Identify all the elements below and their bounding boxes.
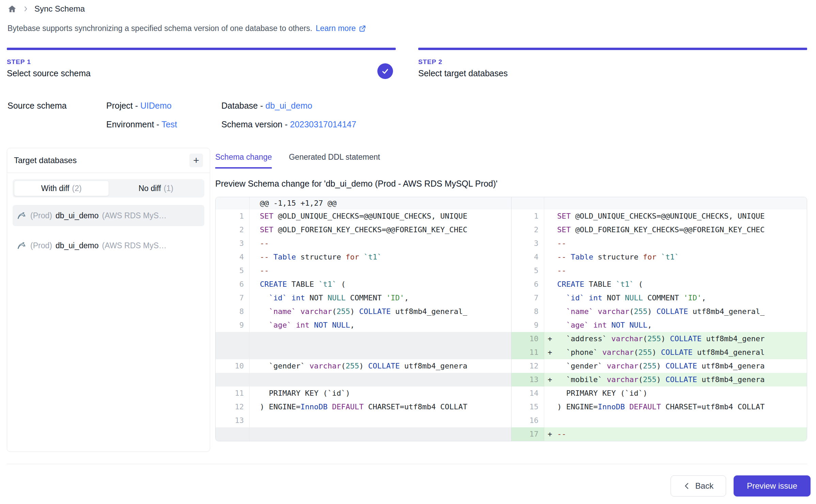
target-database-item-2[interactable]: (Prod) db_ui_demo (AWS RDS MyS… — [13, 235, 204, 256]
line-number: 7 — [216, 291, 250, 305]
field-database: Database - db_ui_demo — [221, 101, 356, 111]
diff-code: ) ENGINE=InnoDB DEFAULT CHARSET=utf8mb4 … — [260, 400, 467, 414]
field-project: Project - UIDemo — [106, 101, 221, 111]
diff-code: `id` int NOT NULL COMMENT 'ID', — [260, 291, 409, 305]
source-schema-summary: Source schema Project - UIDemo Database … — [7, 101, 356, 129]
diff-code: `address` varchar(255) COLLATE utf8mb4_g… — [557, 332, 765, 346]
diff-code: CREATE TABLE `t1` ( — [557, 278, 643, 291]
diff-line: 10 `gender` varchar(255) COLLATE utf8mb4… — [216, 359, 511, 373]
diff-hunk-marker — [250, 197, 260, 209]
diff-marker: + — [544, 427, 557, 441]
line-number: 4 — [216, 250, 250, 264]
diff-added-line: 10+ `address` varchar(255) COLLATE utf8m… — [512, 332, 807, 346]
step-indicator: STEP 1 Select source schema STEP 2 Selec… — [7, 48, 807, 78]
target-database-item-1[interactable]: (Prod) db_ui_demo (AWS RDS MyS… — [13, 205, 204, 226]
line-number: 17 — [512, 427, 544, 441]
tab-no-diff-label: No diff — [139, 184, 161, 193]
project-link[interactable]: UIDemo — [140, 101, 172, 110]
db-instance-suffix: (AWS RDS MyS… — [102, 211, 167, 220]
mysql-icon — [17, 240, 27, 251]
line-number: 11 — [216, 387, 250, 400]
diff-marker — [544, 318, 557, 332]
line-number: 11 — [512, 346, 544, 359]
diff-code: -- — [557, 237, 566, 250]
diff-left-rows: 1SET @OLD_UNIQUE_CHECKS=@@UNIQUE_CHECKS,… — [216, 209, 511, 441]
line-number: 6 — [512, 278, 544, 291]
line-number: 3 — [512, 237, 544, 250]
line-number: 8 — [216, 305, 250, 318]
diff-code: `id` int NOT NULL COMMENT 'ID', — [557, 291, 706, 305]
environment-link[interactable]: Test — [161, 120, 177, 129]
page-title: Sync Schema — [34, 4, 85, 14]
db-instance-suffix: (AWS RDS MyS… — [102, 241, 167, 250]
tab-with-diff-label: With diff — [41, 184, 69, 193]
diff-line: 3-- — [512, 237, 807, 250]
line-number: 13 — [216, 414, 250, 427]
diff-added-line: 17+-- — [512, 427, 807, 441]
diff-marker — [544, 264, 557, 278]
diff-hunk-header: @@ -1,15 +1,27 @@ — [216, 197, 511, 209]
diff-left-pane: @@ -1,15 +1,27 @@ 1SET @OLD_UNIQUE_CHECK… — [216, 197, 511, 441]
diff-filter-tabs: With diff (2) No diff (1) — [13, 179, 204, 198]
learn-more-link[interactable]: Learn more — [316, 24, 366, 33]
diff-line: 2SET @OLD_FOREIGN_KEY_CHECKS=@@FOREIGN_K… — [512, 223, 807, 237]
step-2-title: Select target databases — [418, 68, 807, 78]
diff-placeholder — [216, 373, 511, 387]
field-database-label: Database - — [221, 101, 263, 110]
line-number: 5 — [216, 264, 250, 278]
diff-marker — [250, 291, 260, 305]
diff-line: 11 PRIMARY KEY (`id`) — [216, 387, 511, 400]
diff-code: SET @OLD_FOREIGN_KEY_CHECKS=@@FOREIGN_KE… — [557, 223, 765, 237]
chevron-right-icon — [22, 5, 29, 12]
line-number: 1 — [512, 209, 544, 223]
database-link[interactable]: db_ui_demo — [265, 101, 312, 110]
db-name: db_ui_demo — [56, 211, 99, 220]
tab-schema-change[interactable]: Schema change — [215, 153, 272, 169]
footer-actions: Back Preview issue — [671, 475, 811, 497]
diff-marker — [250, 264, 260, 278]
diff-marker — [250, 250, 260, 264]
diff-hunk-gutter — [216, 197, 250, 209]
breadcrumb: Sync Schema — [7, 4, 85, 14]
diff-right-rows: 1SET @OLD_UNIQUE_CHECKS=@@UNIQUE_CHECKS,… — [512, 209, 807, 441]
line-number: 15 — [512, 400, 544, 414]
step-1-label: STEP 1 — [7, 58, 396, 66]
home-icon[interactable] — [7, 4, 17, 14]
line-number: 14 — [512, 387, 544, 400]
line-number: 8 — [512, 305, 544, 318]
source-schema-label: Source schema — [7, 101, 106, 111]
diff-line: 5-- — [216, 264, 511, 278]
diff-code: `mobile` varchar(255) COLLATE utf8mb4_ge… — [557, 373, 765, 387]
diff-line: 3-- — [216, 237, 511, 250]
back-button[interactable]: Back — [671, 475, 726, 497]
diff-line: 7 `id` int NOT NULL COMMENT 'ID', — [512, 291, 807, 305]
schema-version-link[interactable]: 20230317014147 — [290, 120, 356, 129]
add-target-database-button[interactable]: + — [189, 154, 203, 167]
tab-with-diff[interactable]: With diff (2) — [14, 180, 109, 196]
tab-generated-ddl[interactable]: Generated DDL statement — [289, 153, 380, 169]
diff-code: `name` varchar(255) COLLATE utf8mb4_gene… — [557, 305, 765, 318]
diff-code: SET @OLD_FOREIGN_KEY_CHECKS=@@FOREIGN_KE… — [260, 223, 467, 237]
diff-marker: + — [544, 373, 557, 387]
diff-line: 6CREATE TABLE `t1` ( — [216, 278, 511, 291]
diff-marker — [544, 414, 557, 427]
tab-no-diff[interactable]: No diff (1) — [109, 180, 203, 196]
diff-placeholder — [216, 427, 511, 441]
field-schema-version-label: Schema version - — [221, 120, 288, 129]
diff-marker — [250, 400, 260, 414]
diff-line: 5-- — [512, 264, 807, 278]
preview-issue-button[interactable]: Preview issue — [734, 475, 811, 497]
line-number: 9 — [216, 318, 250, 332]
line-number: 13 — [512, 373, 544, 387]
diff-marker — [250, 278, 260, 291]
db-environment: (Prod) — [30, 211, 52, 220]
diff-marker: + — [544, 332, 557, 346]
step-1: STEP 1 Select source schema — [7, 48, 396, 78]
sync-schema-page: Sync Schema Bytebase supports synchroniz… — [0, 0, 816, 504]
diff-hunk-header-right — [512, 197, 807, 209]
back-button-label: Back — [695, 481, 713, 491]
diff-marker — [544, 400, 557, 414]
step-2-label: STEP 2 — [418, 58, 807, 66]
line-number: 5 — [512, 264, 544, 278]
chevron-left-icon — [683, 482, 691, 490]
